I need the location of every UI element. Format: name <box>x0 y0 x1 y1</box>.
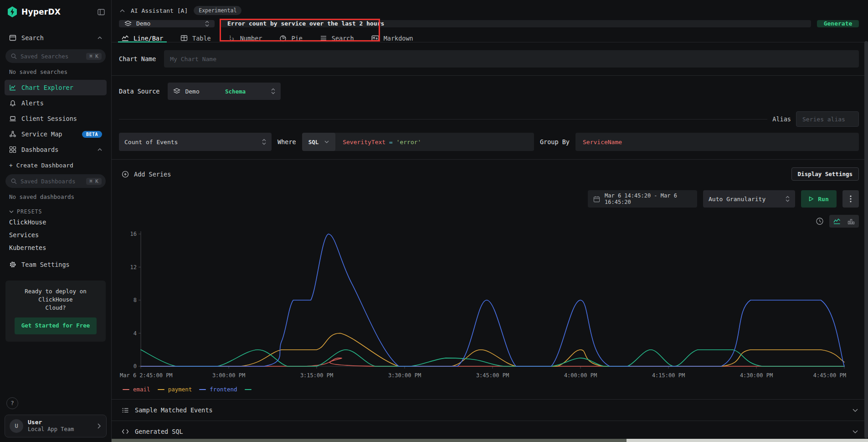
saved-dashboards-field[interactable] <box>21 178 82 185</box>
alias-input[interactable] <box>796 111 859 127</box>
laptop-icon <box>9 115 16 122</box>
sidebar-item-client-sessions[interactable]: Client Sessions <box>5 111 107 126</box>
time-range-value: Mar 6 14:45:20 - Mar 6 16:45:20 <box>605 192 692 205</box>
promo-text-line2: Cloud? <box>10 304 101 312</box>
tab-label: Search <box>332 35 354 42</box>
expr-field-token: SeverityText <box>343 139 385 146</box>
legend-item-frontend[interactable]: frontend <box>199 386 237 393</box>
tab-label: Pie <box>291 35 302 42</box>
granularity-select[interactable]: Auto Granularity <box>703 190 795 208</box>
svg-text:4: 4 <box>134 330 137 337</box>
legend-item-unnamed[interactable] <box>245 389 252 390</box>
bar-chart-toggle[interactable] <box>845 216 858 226</box>
svg-text:8: 8 <box>134 297 137 303</box>
data-source-select[interactable]: Demo Schema <box>168 83 281 100</box>
legend-dash <box>158 389 164 390</box>
legend-item-email[interactable]: email <box>123 386 150 393</box>
series-frontend <box>141 234 844 366</box>
sidebar-item-alerts[interactable]: Alerts <box>5 95 107 111</box>
saved-searches-input[interactable]: ⌘ K <box>5 49 106 63</box>
granularity-value: Auto Granularity <box>709 196 765 203</box>
display-settings-button[interactable]: Display Settings <box>791 167 859 181</box>
time-format-toggle[interactable] <box>816 217 824 225</box>
visualization-tabs: Line/Bar Table 123 Number Pie <box>112 35 868 42</box>
event-list-icon <box>122 407 129 414</box>
sidebar-item-service-map[interactable]: Service Map BETA <box>5 126 107 142</box>
tab-label: Line/Bar <box>134 35 163 42</box>
chart-name-input[interactable] <box>164 50 859 68</box>
sidebar-collapse-icon[interactable] <box>98 9 105 16</box>
run-button[interactable]: Run <box>801 190 837 208</box>
chevron-up-icon <box>98 148 102 151</box>
saved-dashboards-input[interactable]: ⌘ K <box>5 174 106 188</box>
where-input-group: SQL SeverityText = 'error' <box>302 133 534 151</box>
search-icon <box>11 178 17 184</box>
data-source-label: Data Source <box>119 88 159 95</box>
chevron-down-icon <box>9 210 14 213</box>
sample-matched-events-row[interactable]: Sample Matched Events <box>112 399 868 421</box>
chevron-down-icon <box>853 409 858 412</box>
preset-kubernetes[interactable]: Kubernetes <box>5 241 107 254</box>
add-series-button[interactable]: Add Series <box>119 171 171 178</box>
sidebar-item-search[interactable]: Search <box>5 30 107 46</box>
aggregation-value: Count of Events <box>124 139 178 146</box>
line-chart-toggle[interactable] <box>831 216 843 226</box>
group-by-label: Group By <box>540 138 570 146</box>
vertical-scrollbar[interactable] <box>864 41 868 438</box>
hotkey-badge: ⌘ K <box>86 178 102 185</box>
ai-collapse-chevron-up-icon[interactable] <box>120 9 125 12</box>
tab-table[interactable]: Table <box>180 35 211 42</box>
legend-label: payment <box>168 386 192 393</box>
svg-text:4:45:00 PM: 4:45:00 PM <box>813 372 846 379</box>
get-started-button[interactable]: Get Started for Free <box>15 317 97 334</box>
brand-title: HyperDX <box>21 7 93 16</box>
tab-line-bar[interactable]: Line/Bar <box>122 35 163 42</box>
sidebar-item-label: Search <box>21 34 44 42</box>
query-language-select[interactable]: SQL <box>302 133 336 151</box>
sidebar-nav: Search ⌘ K No saved searches Chart Explo… <box>5 30 107 272</box>
sample-matched-events-label: Sample Matched Events <box>135 406 213 414</box>
chart-plot[interactable]: 0481216Mar 6 2:45:00 PM3:00:00 PM3:15:00… <box>119 229 848 383</box>
where-expression-input[interactable]: SeverityText = 'error' <box>335 139 428 146</box>
sidebar-item-team-settings[interactable]: Team Settings <box>5 257 107 272</box>
sidebar-item-label: Service Map <box>21 130 62 138</box>
svg-text:4:30:00 PM: 4:30:00 PM <box>740 372 773 379</box>
group-by-input[interactable]: ServiceName <box>575 133 859 151</box>
saved-searches-field[interactable] <box>21 53 82 60</box>
create-dashboard-button[interactable]: + Create Dashboard <box>5 157 107 171</box>
svg-text:3:45:00 PM: 3:45:00 PM <box>476 372 509 379</box>
schema-link[interactable]: Schema <box>225 88 246 95</box>
chart-legend: emailpaymentfrontend <box>123 386 859 393</box>
ai-prompt-input[interactable] <box>227 20 804 27</box>
time-range-picker[interactable]: Mar 6 14:45:20 - Mar 6 16:45:20 <box>588 190 697 208</box>
chevron-up-icon <box>98 36 102 39</box>
tab-pie[interactable]: Pie <box>279 35 302 42</box>
svg-text:4:15:00 PM: 4:15:00 PM <box>652 372 685 379</box>
aggregation-select[interactable]: Count of Events <box>119 133 272 151</box>
sidebar-item-dashboards[interactable]: Dashboards <box>5 142 107 157</box>
expr-operator-token: = <box>389 139 393 146</box>
tab-markdown[interactable]: Markdown <box>371 35 413 42</box>
help-button[interactable]: ? <box>6 397 18 409</box>
legend-item-payment[interactable]: payment <box>158 386 192 393</box>
ai-prompt-input-wrap <box>221 20 811 27</box>
tab-number[interactable]: 123 Number <box>228 35 262 42</box>
expr-value-token: 'error' <box>396 139 421 146</box>
horizontal-scrollbar[interactable] <box>112 439 868 442</box>
data-source-value: Demo <box>185 88 199 95</box>
svg-text:16: 16 <box>130 231 137 237</box>
ai-source-select[interactable]: Demo <box>119 20 215 27</box>
network-icon <box>9 130 16 138</box>
preset-services[interactable]: Services <box>5 229 107 241</box>
grid-icon <box>9 146 16 153</box>
preset-clickhouse[interactable]: ClickHouse <box>5 216 107 229</box>
more-options-button[interactable] <box>842 190 859 208</box>
tab-search[interactable]: Search <box>320 35 354 42</box>
sidebar-item-chart-explorer[interactable]: Chart Explorer <box>5 80 107 95</box>
horizontal-scrollbar-thumb[interactable] <box>627 439 868 442</box>
generate-button[interactable]: Generate <box>817 20 859 27</box>
ai-source-value: Demo <box>136 20 150 27</box>
add-series-label: Add Series <box>134 171 171 178</box>
presets-section-toggle[interactable]: PRESETS <box>5 205 107 216</box>
user-menu[interactable]: U User Local App Team <box>5 415 107 437</box>
